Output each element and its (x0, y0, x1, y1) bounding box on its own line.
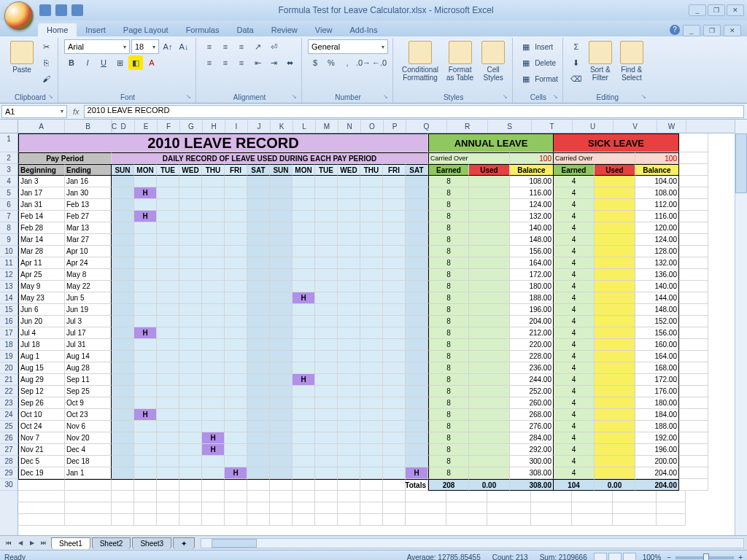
cell[interactable] (247, 502, 270, 514)
cell[interactable] (360, 316, 383, 327)
cell[interactable]: 4 (554, 292, 595, 304)
cell[interactable] (679, 316, 708, 327)
cell[interactable] (338, 187, 360, 199)
zoom-slider[interactable] (676, 556, 734, 559)
cell[interactable] (225, 292, 247, 304)
cell[interactable] (202, 316, 225, 327)
cell[interactable] (338, 176, 360, 187)
cell[interactable] (179, 176, 202, 187)
cell[interactable] (112, 456, 134, 467)
cell[interactable]: Mar 28 (18, 246, 65, 257)
cell[interactable] (247, 444, 270, 456)
cell[interactable]: 184.00 (635, 409, 679, 421)
cell[interactable]: 4 (554, 362, 595, 374)
cell[interactable] (179, 187, 202, 199)
cell[interactable]: H (202, 444, 225, 456)
cell[interactable] (247, 374, 270, 386)
cells-area[interactable]: 2010 LEAVE RECORDANNUAL LEAVESICK LEAVEP… (18, 133, 735, 526)
cell[interactable] (469, 386, 510, 397)
normal-view-button[interactable] (594, 553, 607, 561)
cell[interactable] (134, 176, 157, 187)
cell[interactable]: 4 (554, 386, 595, 397)
cell[interactable] (338, 269, 360, 281)
cell[interactable] (202, 234, 225, 246)
tab-page-layout[interactable]: Page Layout (115, 23, 177, 36)
cell[interactable] (134, 432, 157, 444)
cell[interactable] (360, 211, 383, 222)
cell[interactable] (406, 421, 428, 432)
cell[interactable]: Jan 1 (65, 467, 112, 479)
cell[interactable] (225, 374, 247, 386)
cell[interactable] (360, 222, 383, 234)
cell[interactable] (202, 374, 225, 386)
cell[interactable]: Used (469, 164, 510, 176)
cell[interactable] (202, 304, 225, 316)
cell[interactable] (247, 339, 270, 351)
cell[interactable]: 192.00 (635, 432, 679, 444)
column-header-F[interactable]: F (158, 120, 180, 133)
cell[interactable] (157, 292, 179, 304)
cell[interactable] (270, 491, 293, 502)
cell[interactable] (247, 234, 270, 246)
column-header-I[interactable]: I (225, 120, 248, 133)
cell[interactable] (446, 502, 487, 514)
column-header-S[interactable]: S (488, 120, 532, 133)
delete-cells-button[interactable]: ▦ (519, 55, 533, 70)
cell[interactable] (270, 397, 293, 409)
cell[interactable]: 4 (554, 304, 595, 316)
cell[interactable] (112, 269, 134, 281)
cell[interactable] (469, 456, 510, 467)
cell[interactable] (65, 479, 112, 491)
cell[interactable] (679, 397, 708, 409)
cell[interactable] (360, 397, 383, 409)
cell[interactable] (270, 176, 293, 187)
cell[interactable] (360, 176, 383, 187)
cell[interactable] (572, 514, 613, 526)
cell[interactable]: SAT (247, 164, 270, 176)
cell[interactable] (679, 456, 708, 467)
cell[interactable] (179, 211, 202, 222)
cell[interactable] (112, 432, 134, 444)
cell[interactable]: Apr 10 (65, 246, 112, 257)
cell[interactable] (383, 257, 406, 269)
cell[interactable] (315, 339, 338, 351)
cell[interactable]: ANNUAL LEAVE (428, 133, 554, 152)
cell[interactable]: Aug 15 (18, 362, 65, 374)
cell[interactable]: 204.00 (635, 467, 679, 479)
cell[interactable]: 208 (428, 479, 469, 491)
cell[interactable] (202, 292, 225, 304)
cell[interactable]: Nov 20 (65, 432, 112, 444)
cell[interactable] (134, 514, 157, 526)
column-header-O[interactable]: O (361, 120, 384, 133)
cell[interactable] (315, 327, 338, 339)
cell[interactable] (338, 304, 360, 316)
cell[interactable] (293, 502, 315, 514)
cell[interactable]: 156.00 (510, 246, 554, 257)
cell[interactable] (157, 386, 179, 397)
cell[interactable] (112, 222, 134, 234)
column-header-H[interactable]: H (203, 120, 225, 133)
cell[interactable] (247, 467, 270, 479)
insert-cells-button[interactable]: ▦ (519, 39, 533, 54)
cell[interactable] (247, 351, 270, 362)
zoom-level[interactable]: 100% (643, 553, 662, 560)
cell[interactable] (270, 386, 293, 397)
cell[interactable] (360, 304, 383, 316)
cell[interactable]: 200.00 (635, 456, 679, 467)
cell[interactable]: SUN (112, 164, 134, 176)
cell[interactable]: 268.00 (510, 409, 554, 421)
cell[interactable] (360, 444, 383, 456)
cell[interactable] (179, 479, 202, 491)
cell[interactable]: SUN (270, 164, 293, 176)
cell[interactable]: 4 (554, 409, 595, 421)
cell[interactable]: 2010 LEAVE RECORD (18, 133, 428, 152)
row-header-22[interactable]: 22 (0, 386, 18, 397)
cell[interactable]: 4 (554, 444, 595, 456)
cell[interactable]: 152.00 (635, 316, 679, 327)
cell[interactable] (360, 456, 383, 467)
cell[interactable] (679, 362, 708, 374)
cell[interactable] (595, 222, 635, 234)
cell[interactable] (293, 397, 315, 409)
cell[interactable] (595, 246, 635, 257)
cell[interactable]: 4 (554, 199, 595, 211)
